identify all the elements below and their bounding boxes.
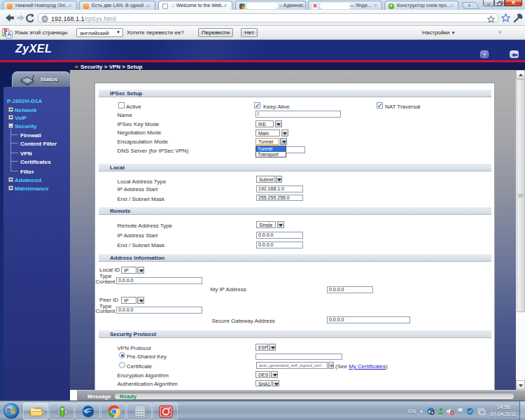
svg-text:A: A: [7, 31, 11, 38]
